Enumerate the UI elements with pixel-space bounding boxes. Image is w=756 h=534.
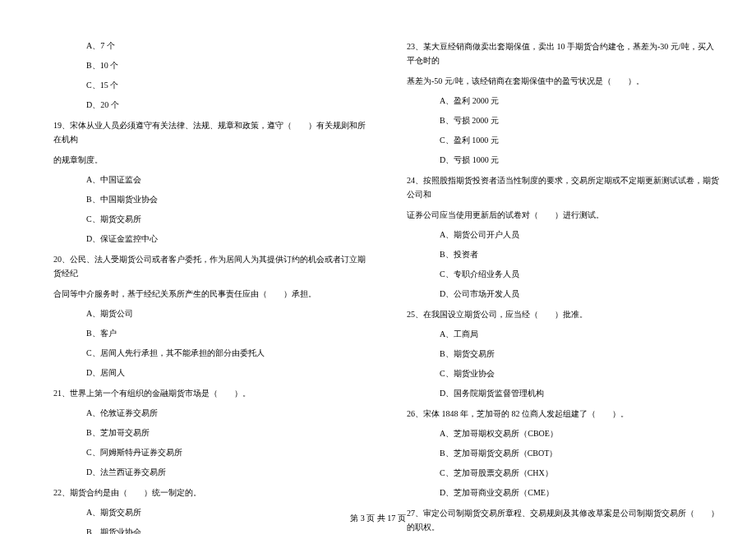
right-column: 23、某大豆经销商做卖出套期保值，卖出 10 手期货合约建仓，基差为-30 元/… bbox=[378, 33, 731, 509]
page-footer: 第 3 页 共 17 页 bbox=[0, 513, 756, 524]
q24-stem: 24、按照股指期货投资者适当性制度的要求，交易所定期或不定期更新测试试卷，期货公… bbox=[407, 173, 719, 201]
q23-stem: 23、某大豆经销商做卖出套期保值，卖出 10 手期货合约建仓，基差为-30 元/… bbox=[407, 39, 719, 67]
q25-stem: 25、在我国设立期货公司，应当经（ ）批准。 bbox=[407, 307, 719, 321]
q26-option-d: D、芝加哥商业交易所（CME） bbox=[440, 486, 719, 499]
q24-option-c: C、专职介绍业务人员 bbox=[440, 268, 719, 281]
q19-option-c: C、期货交易所 bbox=[86, 213, 366, 226]
q19-stem: 19、宋体从业人员必须遵守有关法律、法规、规章和政策，遵守（ ）有关规则和所在机… bbox=[53, 118, 366, 146]
q20-option-b: B、客户 bbox=[86, 327, 366, 340]
q26-stem: 26、宋体 1848 年，芝加哥的 82 位商人发起组建了（ ）。 bbox=[407, 407, 719, 421]
q25-option-c: C、期货业协会 bbox=[440, 367, 719, 380]
q26-option-a: A、芝加哥期权交易所（CBOE） bbox=[440, 427, 719, 440]
q18-option-d: D、20 个 bbox=[86, 99, 366, 112]
q23-option-c: C、盈利 1000 元 bbox=[440, 134, 719, 147]
q24-stem-cont: 证券公司应当使用更新后的试卷对（ ）进行测试。 bbox=[407, 208, 719, 222]
q23-option-d: D、亏损 1000 元 bbox=[440, 154, 719, 167]
q18-option-b: B、10 个 bbox=[86, 59, 366, 72]
q21-stem: 21、世界上第一个有组织的金融期货市场是（ ）。 bbox=[53, 386, 366, 400]
q23-option-b: B、亏损 2000 元 bbox=[440, 114, 719, 127]
q19-option-d: D、保证金监控中心 bbox=[86, 232, 366, 246]
q19-option-b: B、中国期货业协会 bbox=[86, 193, 366, 206]
exam-page: A、7 个 B、10 个 C、15 个 D、20 个 19、宋体从业人员必须遵守… bbox=[0, 0, 756, 534]
q25-option-b: B、期货交易所 bbox=[440, 348, 719, 361]
q24-option-b: B、投资者 bbox=[440, 248, 719, 261]
q24-option-d: D、公司市场开发人员 bbox=[440, 288, 719, 301]
q21-option-a: A、伦敦证券交易所 bbox=[86, 407, 366, 420]
q18-option-c: C、15 个 bbox=[86, 79, 366, 92]
q21-option-d: D、法兰西证券交易所 bbox=[86, 466, 366, 479]
left-column: A、7 个 B、10 个 C、15 个 D、20 个 19、宋体从业人员必须遵守… bbox=[25, 33, 378, 509]
q19-stem-cont: 的规章制度。 bbox=[53, 153, 366, 167]
q19-option-a: A、中国证监会 bbox=[86, 173, 366, 186]
q20-option-c: C、居间人先行承担，其不能承担的部分由委托人 bbox=[86, 347, 366, 360]
q20-stem-cont: 合同等中介服务时，基于经纪关系所产生的民事责任应由（ ）承担。 bbox=[53, 287, 366, 301]
q25-option-d: D、国务院期货监督管理机构 bbox=[440, 387, 719, 400]
q20-option-a: A、期货公司 bbox=[86, 307, 366, 320]
q26-option-c: C、芝加哥股票交易所（CHX） bbox=[440, 467, 719, 480]
q21-option-c: C、阿姆斯特丹证券交易所 bbox=[86, 446, 366, 459]
q21-option-b: B、芝加哥交易所 bbox=[86, 426, 366, 440]
q23-option-a: A、盈利 2000 元 bbox=[440, 94, 719, 108]
q22-option-b: B、期货业协会 bbox=[86, 526, 366, 534]
q23-stem-cont: 基差为-50 元/吨，该经销商在套期保值中的盈亏状况是（ ）。 bbox=[407, 74, 719, 88]
q25-option-a: A、工商局 bbox=[440, 328, 719, 341]
q22-stem: 22、期货合约是由（ ）统一制定的。 bbox=[53, 486, 366, 499]
q20-option-d: D、居间人 bbox=[86, 366, 366, 380]
q26-option-b: B、芝加哥期货交易所（CBOT） bbox=[440, 447, 719, 460]
q20-stem: 20、公民、法人受期货公司或者客户委托，作为居间人为其提供订约的机会或者订立期货… bbox=[53, 252, 366, 280]
q24-option-a: A、期货公司开户人员 bbox=[440, 228, 719, 242]
q18-option-a: A、7 个 bbox=[86, 39, 366, 53]
